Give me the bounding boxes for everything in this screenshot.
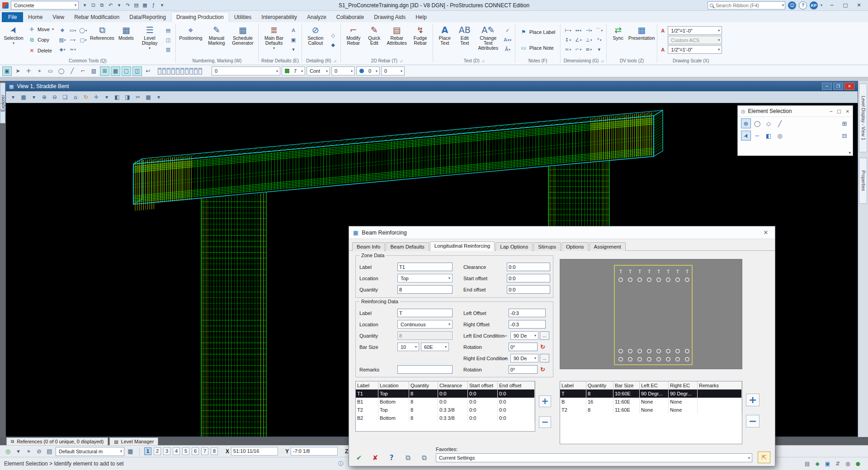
zoom-out-icon[interactable]: ⊖: [50, 93, 59, 102]
right-rotation-icon[interactable]: ↻: [540, 366, 545, 373]
connect-advisor-icon[interactable]: ☺: [788, 1, 796, 9]
shape-selection-icon[interactable]: ◇: [764, 118, 774, 128]
fence-block-icon[interactable]: ▭: [46, 66, 55, 76]
info-icon[interactable]: ⓘ: [338, 460, 344, 468]
left-offset-input[interactable]: [509, 309, 546, 317]
attribute-combo[interactable]: 0▾: [381, 66, 405, 75]
attribute-combo[interactable]: Cont▾: [307, 66, 330, 75]
ribbon-tab-collaborate[interactable]: Collaborate: [331, 12, 369, 22]
ribbon-button-copy[interactable]: ⧉Copy: [26, 36, 56, 43]
ribbon-tool-icon[interactable]: A: [288, 26, 298, 35]
level-display-icon[interactable]: ▦: [126, 448, 135, 455]
undo-selection-icon[interactable]: ↩: [143, 66, 153, 76]
clearance-input[interactable]: [507, 263, 550, 271]
pan-caret[interactable]: ▾: [102, 93, 111, 102]
pointer-icon[interactable]: ➤: [13, 66, 23, 76]
ribbon-tool-icon[interactable]: ≡▾: [584, 45, 594, 54]
dialog-tab-options[interactable]: Options: [561, 242, 589, 251]
ribbon-button-move[interactable]: ✛Move▾: [26, 26, 56, 33]
macro-icon[interactable]: ƒ: [150, 1, 157, 9]
view-group-icon[interactable]: [185, 68, 189, 75]
ribbon-tool-icon[interactable]: ◆: [328, 40, 338, 49]
ribbon-tool-icon[interactable]: ⌐▾: [573, 45, 583, 54]
add-bar-button[interactable]: +: [746, 394, 760, 406]
attribute-combo[interactable]: 7▾: [282, 66, 305, 75]
circle-selection-icon[interactable]: ◯: [752, 118, 762, 128]
window-area-icon[interactable]: ❏: [61, 93, 70, 102]
dialog-tab-stirrups[interactable]: Stirrups: [533, 242, 561, 251]
paste-settings-button[interactable]: ⧉: [419, 452, 429, 463]
ribbon-search[interactable]: ▾: [708, 1, 785, 9]
drawing-scale-combo[interactable]: 1/2"=1'-0"▾: [668, 45, 722, 54]
help-icon[interactable]: ?: [799, 1, 807, 9]
ribbon-tool-icon[interactable]: ⊢▾: [563, 26, 573, 35]
ribbon-tool-icon[interactable]: ❖: [57, 26, 67, 35]
view-toggle-8[interactable]: 8: [211, 447, 218, 455]
save-icon[interactable]: ⊡: [90, 1, 97, 9]
ribbon-button-place-text[interactable]: APlace Text: [435, 23, 454, 57]
accusnap-icon[interactable]: ⌖: [24, 448, 33, 455]
fit-view-icon[interactable]: ⌂: [71, 93, 80, 102]
right-end-condition-browse-button[interactable]: ...: [540, 354, 549, 362]
view-toggle-4[interactable]: 4: [173, 447, 180, 455]
table-row[interactable]: B1611:60ENoneNone: [560, 398, 742, 406]
ribbon-tool-icon[interactable]: ─▾: [68, 36, 78, 45]
ribbon-tab-analyze[interactable]: Analyze: [302, 12, 331, 22]
workflow-combo[interactable]: Concrete ▾: [11, 1, 79, 9]
ribbon-button-manual-marking[interactable]: ✎Manual Marking: [205, 23, 228, 57]
ribbon-button-positioning[interactable]: ⌖Positioning: [178, 23, 203, 57]
dialog-tab-beam-info[interactable]: Beam Info: [352, 242, 385, 251]
ribbon-tool-icon[interactable]: ◫: [163, 36, 173, 45]
ribbon-tab-home[interactable]: Home: [23, 12, 47, 22]
ribbon-tool-icon[interactable]: ≍▾: [563, 45, 573, 54]
element-template-combo[interactable]: 0▾: [212, 66, 280, 75]
ribbon-tool-icon[interactable]: ✓: [503, 26, 513, 35]
copy-settings-button[interactable]: ⧉: [402, 452, 413, 463]
ribbon-tool-icon[interactable]: ▢▾: [78, 36, 88, 45]
ribbon-tool-icon[interactable]: ▾: [288, 45, 298, 54]
dialog-tab-longitudinal-reinforcing[interactable]: Longitudinal Reinforcing: [430, 241, 495, 251]
view-toggle-5[interactable]: 5: [182, 447, 189, 455]
ribbon-tool-icon[interactable]: ▤: [163, 26, 173, 35]
column-header[interactable]: Right EC: [669, 381, 698, 389]
ribbon-tool-icon[interactable]: ↔▾: [573, 26, 583, 35]
ribbon-tool-icon[interactable]: ≈▾: [68, 45, 78, 54]
table-row[interactable]: T810:60E90 Degr...90 Degr...: [560, 390, 742, 398]
bars-table[interactable]: LabelQuantityBar SizeLeft ECRight ECRema…: [560, 381, 742, 444]
more-view-tools-caret[interactable]: ▾: [154, 93, 163, 102]
column-header[interactable]: Location: [378, 381, 409, 389]
view-group-icon[interactable]: [162, 68, 166, 75]
column-header[interactable]: Remarks: [698, 381, 742, 389]
dialog-tab-assignment[interactable]: Assignment: [590, 242, 626, 251]
dialog-title-bar[interactable]: ▦ Beam Reinforcing ✕: [349, 226, 775, 239]
zone-location-select[interactable]: Top▾: [397, 274, 453, 282]
ribbon-button-place-label[interactable]: ⚑Place Label: [518, 26, 558, 38]
redo-icon[interactable]: ↷: [124, 1, 132, 9]
coordinate-value[interactable]: 51:10 11/16: [231, 447, 278, 456]
cancel-button[interactable]: ✘: [370, 452, 381, 463]
close-icon[interactable]: ✕: [761, 229, 771, 236]
search-input[interactable]: [716, 3, 780, 8]
explorer-panel-tab[interactable]: Explorer: [0, 83, 5, 123]
maximize-button[interactable]: □: [839, 0, 852, 10]
individual-mode-icon[interactable]: ➤: [741, 131, 751, 141]
dialog-tab-lap-options[interactable]: Lap Options: [495, 242, 533, 251]
column-header[interactable]: Label: [560, 381, 586, 389]
ribbon-tab-view[interactable]: View: [47, 12, 69, 22]
view-group-icon[interactable]: [180, 68, 184, 75]
ribbon-tool-icon[interactable]: ◇: [328, 31, 338, 40]
element-selection-title-bar[interactable]: ◎ Element Selection ─□✕: [738, 106, 853, 117]
table-row[interactable]: T2811:60ENoneNone: [560, 406, 742, 414]
ribbon-button-place-note[interactable]: ▭Place Note: [518, 42, 558, 54]
view-group-icon[interactable]: [189, 68, 193, 75]
zone-label-input[interactable]: [397, 263, 453, 271]
design-model-icon[interactable]: ◆: [815, 461, 819, 467]
save-favorite-button[interactable]: ⇱: [758, 451, 770, 463]
ribbon-tab-file[interactable]: File: [2, 12, 23, 22]
active-level-icon[interactable]: ▤: [45, 448, 54, 455]
attribute-combo[interactable]: 0▾: [356, 66, 380, 75]
locks-icon[interactable]: ⊘: [35, 448, 43, 455]
table-row[interactable]: T2Top80:3 3/80:00:0: [356, 406, 535, 414]
ok-button[interactable]: ✔: [354, 452, 364, 463]
ribbon-button-level-display[interactable]: ☰Level Display▾: [137, 23, 162, 57]
